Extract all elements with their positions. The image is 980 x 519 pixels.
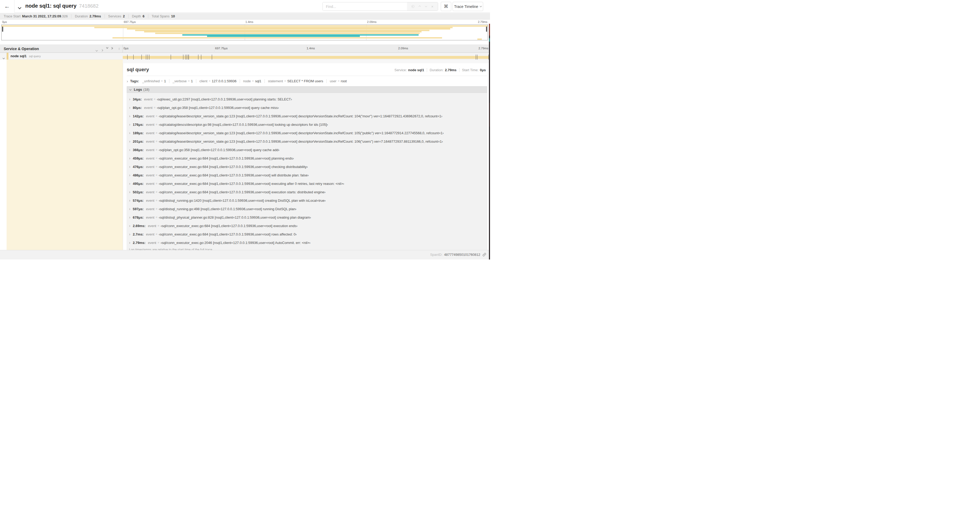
ruler-tick-label: 697.75μs [123,20,136,24]
focus-target-icon[interactable] [412,5,414,8]
tag-key: user [330,79,336,83]
title-collapse-button[interactable] [18,5,21,10]
log-row[interactable]: ›80μs:event=‹sql/plan_opt.go:358 [nsql1,… [127,103,487,112]
span-color-accent [6,53,8,60]
chevron-down-icon [480,5,482,7]
expand-one-button[interactable] [101,48,103,52]
log-timestamp: 176μs: [133,123,143,126]
log-field-key: event [146,199,154,203]
equals-sign: = [156,123,157,126]
log-field-key: event [146,216,154,219]
log-timestamp: 476μs: [133,165,143,169]
log-row[interactable]: ›574μs:event=‹sql/distsql_running.go:142… [127,196,487,204]
log-row[interactable]: ›201μs:event=‹sql/catalog/lease/descript… [127,137,487,145]
equals-sign: = [161,79,162,83]
log-row[interactable]: ›678μs:event=‹sql/distsql_physical_plann… [127,213,487,222]
view-select-button[interactable]: Trace Timeline [453,2,483,11]
detail-meta-item: Start Time:0μs [460,68,486,72]
keyboard-shortcuts-button[interactable]: ⌘ [441,2,451,11]
find-input[interactable] [323,2,407,11]
span-id-label: SpanID: [430,252,442,257]
tag-value: 127.0.0.1:59936 [212,79,237,83]
log-row[interactable]: ›486μs:event=‹sql/conn_executor_exec.go:… [127,171,487,179]
log-row[interactable]: ›495μs:event=‹sql/conn_executor_exec.go:… [127,179,487,188]
equals-sign: = [156,174,157,177]
log-field-key: event [146,139,154,144]
column-resizer-grip[interactable]: ‖ [119,47,120,50]
trace-stat: Duration2.79ms [75,14,105,18]
log-field-value: ‹sql/conn_executor_exec.go:684 [nsql1,cl… [159,156,294,160]
chevron-down-icon[interactable] [3,55,5,60]
log-timestamp: 2.79ms: [133,241,145,245]
log-row[interactable]: ›597μs:event=‹sql/distsql_running.go:498… [127,204,487,213]
log-row[interactable]: ›142μs:event=‹sql/catalog/lease/descript… [127,112,487,120]
log-field-key: event [146,123,154,126]
trace-id: 7418682 [79,3,99,9]
log-timestamp: 574μs: [133,199,143,203]
collapse-controls [96,48,113,52]
log-field-key: event [146,148,154,152]
log-row[interactable]: ›34μs:event=‹sql/exec_util.go:2297 [nsql… [127,95,487,103]
chevron-down-icon [129,88,132,90]
expand-all-button[interactable] [112,48,113,52]
timeline-ruler: 0μs697.75μs1.4ms2.09ms2.79ms [123,47,489,51]
minimap-canvas[interactable] [1,24,488,40]
link-icon[interactable] [482,252,486,257]
equals-sign: = [156,182,157,185]
log-row[interactable]: ›2.69ms:event=‹sql/conn_executor_exec.go… [127,222,487,230]
logs-header[interactable]: Logs (18) [127,86,487,93]
logs-count: (18) [143,88,150,91]
log-field-value: ‹sql/conn_executor_exec.go:684 [nsql1,cl… [159,232,297,236]
span-duration-bar[interactable] [123,56,489,59]
back-arrow-icon: ← [4,3,10,10]
close-icon[interactable]: × [431,5,433,8]
collapse-one-button[interactable] [96,48,97,52]
equals-sign: = [158,241,159,244]
chevron-right-icon: › [129,97,133,101]
trace-stat: Services2 [108,14,129,18]
log-timestamp: 495μs: [133,182,143,186]
collapse-all-button[interactable] [107,48,108,52]
log-row[interactable]: ›476μs:event=‹sql/conn_executor_exec.go:… [127,163,487,171]
log-field-key: event [144,97,153,101]
minimap-span [135,30,429,31]
meta-label: Duration: [430,68,444,72]
log-row[interactable]: ›502μs:event=‹sql/conn_executor_exec.go:… [127,188,487,196]
tag-key: client [199,79,207,83]
log-timestamp: 80μs: [133,106,142,110]
equals-sign: = [156,131,157,134]
edge-segment [489,38,490,42]
tags-row[interactable]: › Tags: _unfinished=1_verbose=1client=12… [127,78,487,84]
log-field-key: event [146,165,154,169]
chevron-up-icon[interactable] [418,5,421,7]
chevron-down-icon[interactable] [425,5,427,7]
log-row[interactable]: ›176μs:event=‹sql/catalog/descs/descript… [127,120,487,129]
chevron-right-icon: › [129,215,133,219]
log-row[interactable]: ›2.7ms:event=‹sql/conn_executor_exec.go:… [127,230,487,238]
detail-row-band [123,60,490,63]
log-timestamp: 597μs: [133,207,143,211]
chevron-right-icon: › [129,207,133,211]
log-field-value: ‹sql/catalog/lease/descriptor_version_st… [159,131,444,135]
tags-label: Tags: [130,79,139,83]
log-row[interactable]: ›366μs:event=‹sql/plan_opt.go:358 [nsql1… [127,145,487,154]
ruler-tick-label: 2.09ms [366,20,377,24]
log-field-key: event [146,182,154,186]
back-button[interactable]: ← [0,0,14,13]
stat-suffix: .326 [61,14,68,18]
log-field-value: ‹sql/catalog/lease/descriptor_version_st… [159,139,443,144]
log-field-value: ‹sql/conn_executor_exec.go:684 [nsql1,cl… [159,165,308,169]
log-row[interactable]: ›459μs:event=‹sql/conn_executor_exec.go:… [127,154,487,163]
span-detail-meta: Service:node sql1Duration:2.79msStart Ti… [392,68,486,72]
chevron-right-icon: › [129,232,133,236]
log-field-key: event [146,232,154,236]
minimap-span [2,25,488,27]
log-row[interactable]: ›189μs:event=‹sql/catalog/lease/descript… [127,129,487,137]
equals-sign: = [188,79,189,83]
meta-value: node sql1 [408,68,424,72]
log-row[interactable]: ›2.79ms:event=‹sql/conn_executor_exec.go… [127,238,487,247]
minimap-span [127,28,450,30]
service-operation-label: Service & Operation [4,47,39,51]
tag-value: sql1 [255,79,261,83]
log-field-key: event [146,207,154,211]
